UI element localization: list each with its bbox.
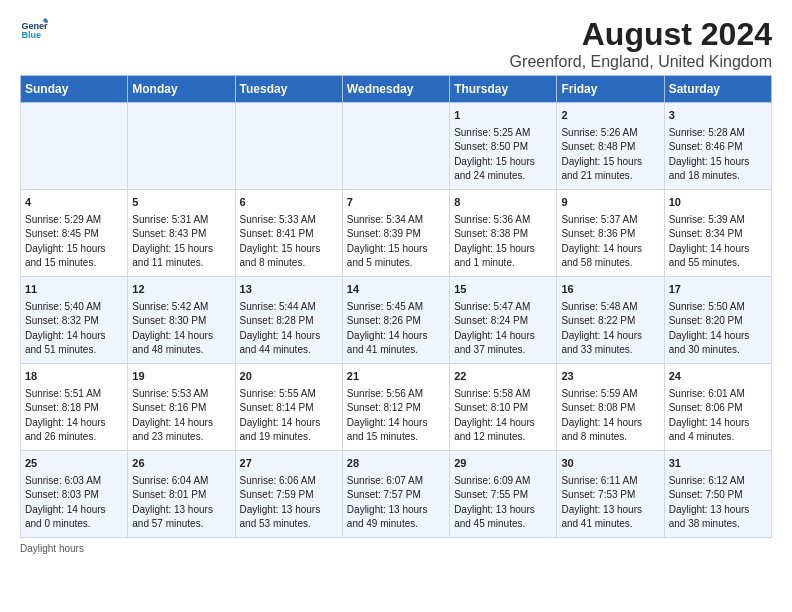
day-info-line: Sunset: 8:48 PM <box>561 140 659 155</box>
day-number: 13 <box>240 282 338 298</box>
day-number: 4 <box>25 195 123 211</box>
calendar-cell: 19Sunrise: 5:53 AMSunset: 8:16 PMDayligh… <box>128 363 235 450</box>
day-info-line: and 44 minutes. <box>240 343 338 358</box>
day-info-line: Daylight: 13 hours <box>561 503 659 518</box>
col-header-wednesday: Wednesday <box>342 76 449 103</box>
day-info-line: Sunset: 8:34 PM <box>669 227 767 242</box>
calendar-cell: 17Sunrise: 5:50 AMSunset: 8:20 PMDayligh… <box>664 276 771 363</box>
day-info-line: Sunset: 8:24 PM <box>454 314 552 329</box>
day-info-line: Daylight: 14 hours <box>454 329 552 344</box>
calendar-week-3: 11Sunrise: 5:40 AMSunset: 8:32 PMDayligh… <box>21 276 772 363</box>
day-info-line: and 53 minutes. <box>240 517 338 532</box>
day-info-line: Sunset: 8:10 PM <box>454 401 552 416</box>
day-info-line: Sunrise: 5:58 AM <box>454 387 552 402</box>
calendar-week-4: 18Sunrise: 5:51 AMSunset: 8:18 PMDayligh… <box>21 363 772 450</box>
day-info-line: Daylight: 14 hours <box>347 416 445 431</box>
day-info-line: Sunrise: 6:09 AM <box>454 474 552 489</box>
col-header-monday: Monday <box>128 76 235 103</box>
day-info-line: Sunset: 8:01 PM <box>132 488 230 503</box>
day-info-line: Sunset: 8:20 PM <box>669 314 767 329</box>
logo: General Blue <box>20 16 48 44</box>
day-info-line: Sunset: 8:22 PM <box>561 314 659 329</box>
calendar-cell: 26Sunrise: 6:04 AMSunset: 8:01 PMDayligh… <box>128 450 235 537</box>
calendar-cell: 27Sunrise: 6:06 AMSunset: 7:59 PMDayligh… <box>235 450 342 537</box>
calendar-cell: 20Sunrise: 5:55 AMSunset: 8:14 PMDayligh… <box>235 363 342 450</box>
calendar-cell: 22Sunrise: 5:58 AMSunset: 8:10 PMDayligh… <box>450 363 557 450</box>
day-info-line: Daylight: 15 hours <box>347 242 445 257</box>
logo-icon: General Blue <box>20 16 48 44</box>
day-number: 2 <box>561 108 659 124</box>
day-info-line: Daylight: 14 hours <box>454 416 552 431</box>
calendar-cell: 5Sunrise: 5:31 AMSunset: 8:43 PMDaylight… <box>128 189 235 276</box>
day-info-line: Sunrise: 5:56 AM <box>347 387 445 402</box>
day-info-line: and 4 minutes. <box>669 430 767 445</box>
calendar-cell: 13Sunrise: 5:44 AMSunset: 8:28 PMDayligh… <box>235 276 342 363</box>
day-info-line: and 8 minutes. <box>240 256 338 271</box>
day-info-line: Sunrise: 5:33 AM <box>240 213 338 228</box>
calendar-week-1: 1Sunrise: 5:25 AMSunset: 8:50 PMDaylight… <box>21 103 772 190</box>
day-info-line: Sunrise: 6:01 AM <box>669 387 767 402</box>
col-header-thursday: Thursday <box>450 76 557 103</box>
col-header-sunday: Sunday <box>21 76 128 103</box>
day-number: 6 <box>240 195 338 211</box>
day-info-line: Sunrise: 5:44 AM <box>240 300 338 315</box>
calendar-cell: 24Sunrise: 6:01 AMSunset: 8:06 PMDayligh… <box>664 363 771 450</box>
calendar-cell: 14Sunrise: 5:45 AMSunset: 8:26 PMDayligh… <box>342 276 449 363</box>
footer-note: Daylight hours <box>20 543 772 554</box>
day-info-line: Sunset: 8:32 PM <box>25 314 123 329</box>
day-info-line: Sunset: 8:43 PM <box>132 227 230 242</box>
day-info-line: Sunrise: 5:36 AM <box>454 213 552 228</box>
calendar-cell: 15Sunrise: 5:47 AMSunset: 8:24 PMDayligh… <box>450 276 557 363</box>
calendar-cell: 8Sunrise: 5:36 AMSunset: 8:38 PMDaylight… <box>450 189 557 276</box>
day-info-line: Sunset: 8:30 PM <box>132 314 230 329</box>
day-number: 29 <box>454 456 552 472</box>
day-info-line: and 5 minutes. <box>347 256 445 271</box>
calendar-cell <box>128 103 235 190</box>
svg-text:Blue: Blue <box>21 30 41 40</box>
day-number: 20 <box>240 369 338 385</box>
calendar-cell: 30Sunrise: 6:11 AMSunset: 7:53 PMDayligh… <box>557 450 664 537</box>
day-info-line: Daylight: 14 hours <box>347 329 445 344</box>
day-number: 24 <box>669 369 767 385</box>
calendar-cell <box>342 103 449 190</box>
day-info-line: Sunset: 7:55 PM <box>454 488 552 503</box>
header: General Blue August 2024 Greenford, Engl… <box>20 16 772 71</box>
day-info-line: Sunset: 8:26 PM <box>347 314 445 329</box>
day-info-line: Sunrise: 5:29 AM <box>25 213 123 228</box>
day-info-line: Sunrise: 6:06 AM <box>240 474 338 489</box>
day-info-line: Daylight: 14 hours <box>561 416 659 431</box>
calendar-cell: 1Sunrise: 5:25 AMSunset: 8:50 PMDaylight… <box>450 103 557 190</box>
day-number: 26 <box>132 456 230 472</box>
day-info-line: Sunrise: 6:12 AM <box>669 474 767 489</box>
day-info-line: Sunset: 7:57 PM <box>347 488 445 503</box>
day-info-line: Daylight: 13 hours <box>669 503 767 518</box>
day-info-line: and 45 minutes. <box>454 517 552 532</box>
day-info-line: Sunset: 8:16 PM <box>132 401 230 416</box>
day-info-line: Sunrise: 5:59 AM <box>561 387 659 402</box>
day-number: 25 <box>25 456 123 472</box>
day-info-line: Sunrise: 5:25 AM <box>454 126 552 141</box>
day-info-line: Sunrise: 5:55 AM <box>240 387 338 402</box>
day-info-line: Daylight: 14 hours <box>669 329 767 344</box>
day-number: 27 <box>240 456 338 472</box>
day-info-line: Daylight: 13 hours <box>132 503 230 518</box>
calendar-cell: 12Sunrise: 5:42 AMSunset: 8:30 PMDayligh… <box>128 276 235 363</box>
day-info-line: and 21 minutes. <box>561 169 659 184</box>
calendar-table: SundayMondayTuesdayWednesdayThursdayFrid… <box>20 75 772 538</box>
day-number: 31 <box>669 456 767 472</box>
day-info-line: Daylight: 14 hours <box>561 242 659 257</box>
day-info-line: Sunset: 8:18 PM <box>25 401 123 416</box>
day-info-line: Sunrise: 5:37 AM <box>561 213 659 228</box>
svg-text:General: General <box>21 21 48 31</box>
day-info-line: and 11 minutes. <box>132 256 230 271</box>
calendar-header-row: SundayMondayTuesdayWednesdayThursdayFrid… <box>21 76 772 103</box>
day-info-line: Daylight: 14 hours <box>25 416 123 431</box>
day-info-line: Sunrise: 6:11 AM <box>561 474 659 489</box>
day-info-line: and 15 minutes. <box>25 256 123 271</box>
calendar-cell: 25Sunrise: 6:03 AMSunset: 8:03 PMDayligh… <box>21 450 128 537</box>
calendar-cell: 21Sunrise: 5:56 AMSunset: 8:12 PMDayligh… <box>342 363 449 450</box>
day-info-line: Sunrise: 5:51 AM <box>25 387 123 402</box>
day-info-line: Sunrise: 5:34 AM <box>347 213 445 228</box>
calendar-cell: 10Sunrise: 5:39 AMSunset: 8:34 PMDayligh… <box>664 189 771 276</box>
day-number: 5 <box>132 195 230 211</box>
